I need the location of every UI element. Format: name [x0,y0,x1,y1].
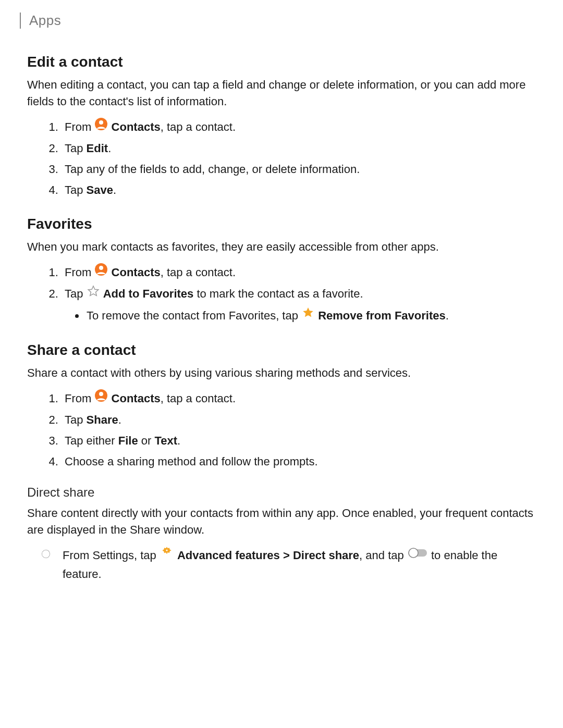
heading-edit-contact: Edit a contact [27,54,536,70]
contacts-icon [95,389,107,407]
step-3: Tap either File or Text. [62,432,536,450]
heading-favorites: Favorites [27,216,536,232]
steps-share-contact: From Contacts, tap a contact. Tap Share.… [27,390,536,471]
star-filled-icon [302,306,314,324]
step-4: Choose a sharing method and follow the p… [62,453,536,471]
step-1: From Contacts, tap a contact. [62,264,536,282]
step-3: Tap any of the fields to add, change, or… [62,161,536,178]
step-1: From Contacts, tap a contact. [62,118,536,137]
svg-point-8 [409,548,418,558]
steps-edit-contact: From Contacts, tap a contact. Tap Edit. … [27,118,536,200]
step-1: From Contacts, tap a contact. [62,390,536,408]
breadcrumb-label: Apps [29,13,61,28]
intro-edit-contact: When editing a contact, you can tap a fi… [27,77,536,110]
svg-point-3 [99,266,103,270]
steps-direct-share: From Settings, tap Advanced features > D… [27,547,536,583]
step-2: Tap Edit. [62,140,536,157]
step-2: Tap Share. [62,411,536,429]
svg-point-5 [99,392,103,396]
contacts-icon [95,263,107,281]
heading-share-contact: Share a contact [27,342,536,359]
toggle-icon [408,546,427,564]
contacts-icon [95,118,107,135]
step-2: Tap Add to Favorites to mark the contact… [62,285,536,325]
star-outline-icon [87,285,100,303]
svg-point-1 [99,120,103,125]
svg-rect-6 [166,550,167,551]
steps-favorites: From Contacts, tap a contact. Tap Add to… [27,264,536,325]
step-1: From Settings, tap Advanced features > D… [52,547,536,583]
page-container: Apps Edit a contact When editing a conta… [0,0,563,728]
advanced-gear-icon [160,546,174,564]
intro-direct-share: Share content directly with your contact… [27,505,536,538]
breadcrumb: Apps [20,13,536,29]
step-4: Tap Save. [62,181,536,199]
intro-share-contact: Share a contact with others by using var… [27,365,536,381]
intro-favorites: When you mark contacts as favorites, the… [27,239,536,255]
substep-1: To remove the contact from Favorites, ta… [85,307,536,325]
substeps-favorites: To remove the contact from Favorites, ta… [65,307,536,325]
heading-direct-share: Direct share [27,485,536,500]
